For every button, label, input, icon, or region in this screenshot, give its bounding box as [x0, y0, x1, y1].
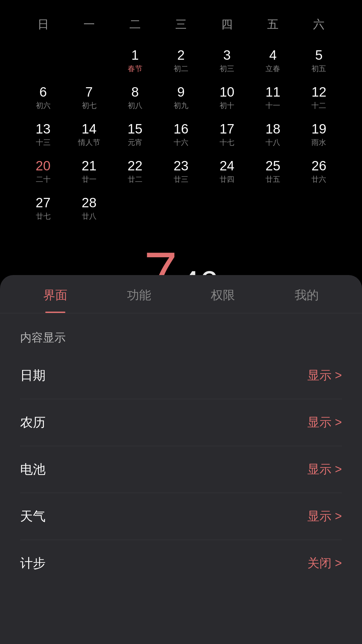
tab-item-权限[interactable]: 权限 — [181, 275, 265, 313]
day-number: 5 — [315, 48, 322, 62]
calendar-cell[interactable]: 10初十 — [204, 79, 250, 116]
calendar-cell[interactable]: 14情人节 — [66, 116, 112, 153]
day-number: 7 — [85, 85, 93, 99]
lunar-label: 雨水 — [311, 138, 326, 148]
calendar-cell[interactable]: 15元宵 — [112, 116, 158, 153]
lunar-label: 二十 — [36, 174, 51, 184]
settings-item-value[interactable]: 显示 > — [307, 367, 342, 384]
calendar-cell[interactable]: 19雨水 — [296, 116, 342, 153]
calendar-header-cell: 二 — [112, 13, 158, 36]
lunar-label: 初八 — [128, 101, 142, 111]
day-number: 14 — [81, 121, 97, 136]
calendar-cell[interactable]: 3初三 — [204, 42, 250, 79]
lunar-label: 廿六 — [311, 174, 326, 184]
calendar-cell[interactable]: 4立春 — [250, 42, 296, 79]
tab-item-我的[interactable]: 我的 — [265, 275, 349, 313]
calendar-cell[interactable]: 16十六 — [158, 116, 204, 153]
settings-list: 日期显示 >农历显示 >电池显示 >天气显示 >计步关闭 > — [0, 352, 362, 587]
calendar-cell[interactable]: 12十二 — [296, 79, 342, 116]
settings-item-value[interactable]: 显示 > — [307, 461, 342, 478]
day-number: 15 — [128, 121, 143, 136]
day-number: 18 — [265, 121, 281, 136]
day-number: 11 — [265, 85, 281, 99]
lunar-label: 廿四 — [220, 174, 234, 184]
calendar-header-cell: 一 — [66, 13, 112, 36]
day-number: 27 — [36, 195, 51, 210]
day-number: 22 — [128, 158, 143, 173]
settings-item[interactable]: 天气显示 > — [20, 493, 342, 540]
tab-item-功能[interactable]: 功能 — [97, 275, 181, 313]
calendar-grid: 1春节2初二3初三4立春5初五6初六7初七8初八9初九10初十11十一12十二1… — [20, 42, 342, 227]
calendar-header-cell: 六 — [296, 13, 342, 36]
calendar-cell[interactable]: 2初二 — [158, 42, 204, 79]
calendar-cell[interactable]: 9初九 — [158, 79, 204, 116]
lunar-label: 情人节 — [78, 138, 100, 148]
calendar-header-cell: 三 — [158, 13, 204, 36]
calendar-cell[interactable]: 20二十 — [20, 153, 66, 190]
settings-item[interactable]: 农历显示 > — [20, 399, 342, 446]
calendar-cell[interactable]: 22廿二 — [112, 153, 158, 190]
lunar-label: 初六 — [36, 101, 51, 111]
lunar-label: 立春 — [265, 64, 280, 74]
calendar-header-cell: 日 — [20, 13, 66, 36]
day-number: 3 — [223, 48, 231, 62]
lunar-label: 春节 — [128, 64, 142, 74]
bottom-panel: 界面功能权限我的 内容显示 日期显示 >农历显示 >电池显示 >天气显示 >计步… — [0, 275, 362, 644]
calendar-header: 日一二三四五六 — [20, 13, 342, 36]
calendar-cell[interactable]: 11十一 — [250, 79, 296, 116]
day-number: 12 — [311, 85, 326, 99]
day-number: 21 — [81, 158, 97, 173]
lunar-label: 十六 — [174, 138, 188, 148]
tab-item-界面[interactable]: 界面 — [13, 275, 97, 313]
section-label: 内容显示 — [0, 313, 362, 352]
calendar-cell[interactable]: 8初八 — [112, 79, 158, 116]
calendar-header-cell: 五 — [250, 13, 296, 36]
settings-item-label: 日期 — [20, 367, 46, 384]
lunar-label: 初三 — [220, 64, 234, 74]
day-number: 24 — [220, 158, 235, 173]
lunar-label: 初九 — [174, 101, 188, 111]
calendar-cell[interactable]: 24廿四 — [204, 153, 250, 190]
lunar-label: 十八 — [265, 138, 280, 148]
settings-item-label: 电池 — [20, 461, 46, 478]
calendar-cell[interactable]: 21廿一 — [66, 153, 112, 190]
lunar-label: 十三 — [36, 138, 51, 148]
day-number: 8 — [131, 85, 139, 99]
day-number: 28 — [81, 195, 97, 210]
calendar-cell[interactable]: 23廿三 — [158, 153, 204, 190]
lunar-label: 廿二 — [128, 174, 142, 184]
calendar-cell[interactable]: 1春节 — [112, 42, 158, 79]
settings-item[interactable]: 日期显示 > — [20, 352, 342, 399]
calendar-cell[interactable]: 7初七 — [66, 79, 112, 116]
day-number: 23 — [174, 158, 189, 173]
settings-item[interactable]: 电池显示 > — [20, 446, 342, 493]
calendar-cell[interactable]: 5初五 — [296, 42, 342, 79]
lunar-label: 初五 — [311, 64, 326, 74]
day-number: 16 — [174, 121, 189, 136]
calendar-cell[interactable]: 6初六 — [20, 79, 66, 116]
day-number: 2 — [177, 48, 185, 62]
lunar-label: 十七 — [220, 138, 234, 148]
lunar-label: 初二 — [174, 64, 188, 74]
lunar-label: 廿一 — [82, 174, 97, 184]
settings-item-value[interactable]: 关闭 > — [307, 555, 342, 572]
lunar-label: 廿三 — [174, 174, 188, 184]
calendar-cell[interactable]: 17十七 — [204, 116, 250, 153]
calendar-cell[interactable]: 18十八 — [250, 116, 296, 153]
calendar-cell[interactable]: 27廿七 — [20, 190, 66, 227]
calendar-header-cell: 四 — [204, 13, 250, 36]
lunar-label: 初十 — [220, 101, 234, 111]
settings-item[interactable]: 计步关闭 > — [20, 540, 342, 587]
calendar-cell[interactable]: 25廿五 — [250, 153, 296, 190]
calendar-cell[interactable]: 26廿六 — [296, 153, 342, 190]
calendar-cell[interactable]: 13十三 — [20, 116, 66, 153]
settings-item-value[interactable]: 显示 > — [307, 414, 342, 431]
settings-item-value[interactable]: 显示 > — [307, 508, 342, 525]
day-number: 1 — [131, 48, 139, 62]
tab-bar: 界面功能权限我的 — [0, 275, 362, 313]
day-number: 9 — [177, 85, 185, 99]
day-number: 17 — [220, 121, 235, 136]
settings-item-label: 农历 — [20, 414, 46, 431]
calendar-cell[interactable]: 28廿八 — [66, 190, 112, 227]
day-number: 4 — [269, 48, 277, 62]
